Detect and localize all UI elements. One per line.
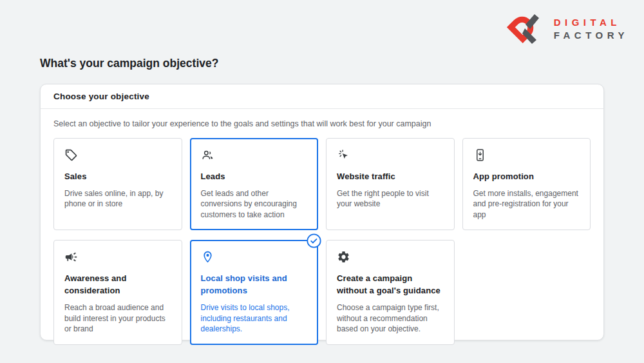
objective-description: Drive visits to local shops, including r… xyxy=(201,302,308,335)
objective-description: Choose a campaign type first, without a … xyxy=(337,302,444,335)
objective-title: Leads xyxy=(201,171,308,183)
objective-title: Awareness and consideration xyxy=(64,273,171,297)
objective-title: Website traffic xyxy=(337,171,444,183)
objective-title: Local shop visits and promotions xyxy=(201,273,308,297)
objective-card-website-traffic[interactable]: Website traffic Get the right people to … xyxy=(326,138,455,230)
objective-description: Get more installs, engagement and pre-re… xyxy=(473,188,580,221)
objective-description: Get leads and other conversions by encou… xyxy=(201,188,308,221)
objective-title: App promotion xyxy=(473,171,580,183)
choose-objective-panel: Choose your objective Select an objectiv… xyxy=(40,84,604,340)
objective-card-no-goal-guidance[interactable]: Create a campaign without a goal's guida… xyxy=(326,240,455,344)
brand-name-factory: FACTORY xyxy=(554,30,629,41)
objective-card-local-shop-visits[interactable]: Local shop visits and promotions Drive v… xyxy=(190,240,319,344)
objective-description: Get the right people to visit your websi… xyxy=(337,188,444,210)
brand-logo: DIGITAL FACTORY xyxy=(505,8,629,48)
panel-body: Select an objective to tailor your exper… xyxy=(41,109,603,358)
check-circle-icon xyxy=(307,233,321,248)
people-icon xyxy=(201,148,308,163)
page-title: What's your campaign objective? xyxy=(40,57,218,70)
grid-empty-cell xyxy=(462,240,591,344)
objective-card-sales[interactable]: Sales Drive sales online, in app, by pho… xyxy=(53,138,182,230)
cursor-click-icon xyxy=(337,148,444,163)
objective-title: Create a campaign without a goal's guida… xyxy=(337,273,444,297)
location-pin-icon xyxy=(201,250,308,265)
brand-name-digital: DIGITAL xyxy=(554,17,629,28)
megaphone-icon xyxy=(64,250,171,265)
objective-description: Drive sales online, in app, by phone or … xyxy=(64,188,171,210)
phone-download-icon xyxy=(473,148,580,163)
objectives-grid: Sales Drive sales online, in app, by pho… xyxy=(53,138,591,345)
panel-subtitle: Select an objective to tailor your exper… xyxy=(53,119,591,128)
digital-factory-logo-mark-icon xyxy=(505,8,546,48)
brand-logo-text: DIGITAL FACTORY xyxy=(554,17,629,41)
objective-card-leads[interactable]: Leads Get leads and other conversions by… xyxy=(190,138,319,230)
objective-card-awareness[interactable]: Awareness and consideration Reach a broa… xyxy=(53,240,182,344)
panel-header: Choose your objective xyxy=(41,84,603,109)
objective-title: Sales xyxy=(64,171,171,183)
gear-icon xyxy=(337,250,444,265)
objective-description: Reach a broad audience and build interes… xyxy=(64,302,171,335)
tag-icon xyxy=(64,148,171,163)
objective-card-app-promotion[interactable]: App promotion Get more installs, engagem… xyxy=(462,138,591,230)
